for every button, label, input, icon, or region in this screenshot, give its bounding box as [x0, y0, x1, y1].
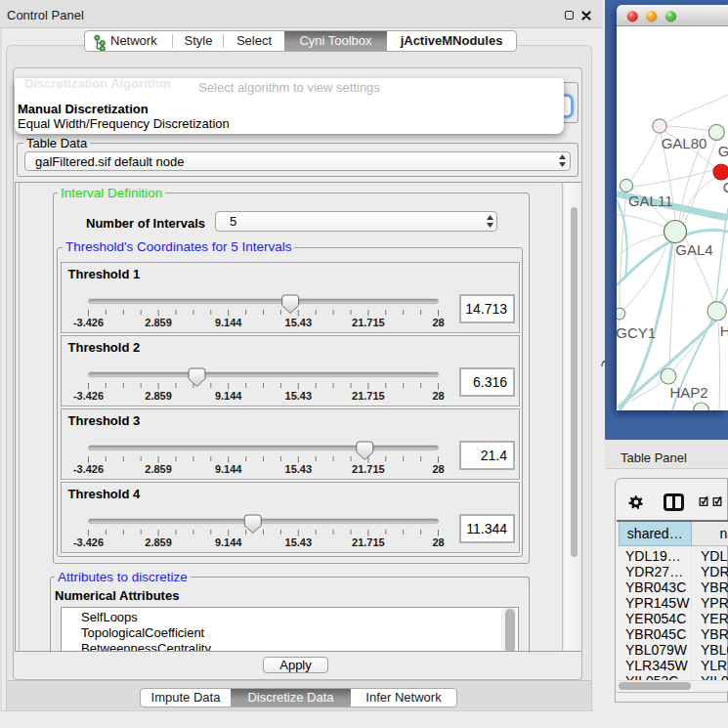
svg-text:21.715: 21.715	[352, 317, 385, 328]
svg-text:9.144: 9.144	[214, 317, 241, 328]
svg-text:21.715: 21.715	[352, 536, 385, 548]
svg-text:2.859: 2.859	[145, 463, 172, 475]
svg-text:15.43: 15.43	[284, 536, 312, 548]
svg-text:2.859: 2.859	[145, 317, 172, 328]
svg-text:9.144: 9.144	[214, 463, 241, 475]
svg-text:-3.426: -3.426	[72, 390, 103, 402]
svg-text:H: H	[720, 322, 728, 339]
svg-text:15.43: 15.43	[284, 390, 312, 402]
svg-text:-3.426: -3.426	[72, 536, 103, 548]
svg-text:HAP2: HAP2	[669, 384, 707, 401]
svg-text:21.715: 21.715	[352, 390, 385, 402]
svg-text:GAL11: GAL11	[628, 193, 673, 209]
svg-text:28: 28	[432, 390, 444, 402]
svg-text:GAL80: GAL80	[662, 135, 707, 151]
svg-text:15.43: 15.43	[284, 463, 312, 475]
svg-text:15.43: 15.43	[284, 317, 312, 328]
svg-text:2.859: 2.859	[145, 536, 172, 548]
svg-text:28: 28	[432, 536, 444, 548]
svg-text:28: 28	[432, 463, 444, 475]
svg-text:9.144: 9.144	[214, 390, 241, 402]
svg-text:C: C	[723, 179, 728, 195]
svg-text:28: 28	[432, 317, 444, 328]
svg-text:2.859: 2.859	[145, 390, 172, 402]
svg-text:9.144: 9.144	[214, 536, 241, 548]
svg-text:-3.426: -3.426	[72, 463, 103, 475]
svg-text:-3.426: -3.426	[72, 317, 103, 328]
svg-text:G.: G.	[718, 143, 728, 159]
svg-text:GAL4: GAL4	[675, 241, 712, 258]
svg-text:21.715: 21.715	[352, 463, 385, 475]
svg-text:GCY1: GCY1	[617, 324, 656, 341]
